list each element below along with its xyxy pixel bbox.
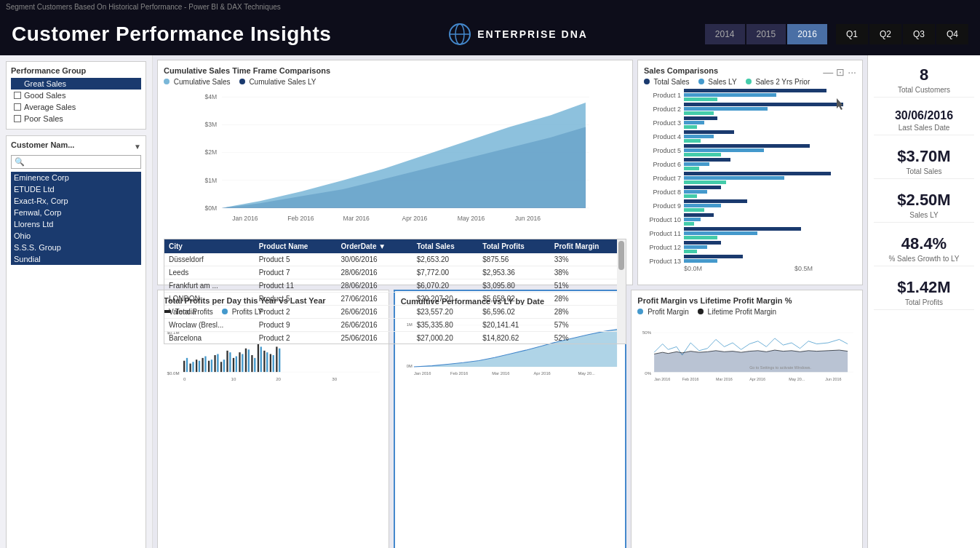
- table-cell: 28/06/2016: [337, 266, 413, 279]
- svg-rect-24: [186, 358, 188, 372]
- bar-sales-prior: [684, 125, 697, 129]
- bar-group: [684, 172, 856, 184]
- cumulative-chart-box: Cumulative Sales Time Frame Comparisons …: [157, 60, 633, 285]
- product-bar-row: Product 12: [644, 241, 856, 253]
- kpi-total-customers: 8 Total Customers: [874, 63, 974, 98]
- filter-good-sales[interactable]: Good Sales: [11, 90, 141, 101]
- svg-text:Apr 2016: Apr 2016: [533, 371, 550, 376]
- checkbox-great-sales: [14, 80, 21, 87]
- table-cell: $7,772.00: [413, 266, 479, 279]
- customer-ohio[interactable]: Ohio: [11, 230, 141, 242]
- filter-label-poor-sales: Poor Sales: [24, 114, 63, 123]
- table-cell: 25/06/2016: [337, 332, 413, 345]
- legend-dot-prior: [746, 79, 752, 84]
- svg-text:Feb 2016: Feb 2016: [287, 215, 314, 222]
- legend-profit-margin: Profit Margin: [637, 308, 688, 316]
- svg-text:0M: 0M: [406, 364, 412, 368]
- panel-menu-icon[interactable]: ···: [848, 66, 856, 78]
- table-row: BarcelonaProduct 225/06/2016$27,000.20$1…: [164, 332, 626, 345]
- bar-sales-ly: [684, 148, 764, 152]
- table-cell: $20,207.20: [413, 293, 479, 306]
- legend-dot-sales-ly: [698, 79, 704, 84]
- legend-dot-total: [644, 79, 650, 84]
- quarter-btn-q2[interactable]: Q2: [869, 24, 901, 44]
- table-cell: Product 11: [255, 279, 337, 293]
- table-cell: Product 5: [255, 253, 337, 266]
- page-title: Customer Performance Insights: [12, 23, 331, 46]
- svg-rect-50: [266, 352, 268, 372]
- bar-sales-prior: [684, 208, 704, 212]
- svg-rect-34: [217, 354, 218, 372]
- svg-text:Jan 2016: Jan 2016: [232, 215, 258, 222]
- legend-sales-prior: Sales 2 Yrs Prior: [746, 78, 810, 86]
- customer-etude[interactable]: ETUDE Ltd: [11, 183, 141, 195]
- product-bar-label: Product 3: [644, 119, 684, 127]
- customer-search-input[interactable]: [27, 158, 138, 166]
- svg-rect-27: [196, 360, 197, 372]
- table-cell: 28%: [550, 306, 626, 319]
- customer-sundial[interactable]: Sundial: [11, 253, 141, 265]
- bar-sales-prior: [684, 180, 726, 184]
- svg-rect-42: [242, 354, 243, 372]
- bar-sales-prior: [684, 153, 721, 156]
- panel-minimize-icon[interactable]: —: [823, 66, 833, 78]
- bar-sales-prior: [684, 167, 699, 170]
- performance-group-title: Performance Group: [11, 66, 141, 75]
- legend-dot-ly: [239, 79, 245, 84]
- tab-title: Segment Customers Based On Historical Pe…: [6, 3, 281, 11]
- product-bar-label: Product 11: [644, 230, 684, 237]
- customer-sss-group[interactable]: S.S.S. Group: [11, 242, 141, 253]
- left-panel: Performance Group Great Sales Good Sales…: [0, 55, 153, 548]
- chevron-down-icon[interactable]: ▼: [134, 143, 141, 151]
- bar-sales-ly: [684, 121, 704, 124]
- svg-rect-47: [258, 344, 259, 373]
- kpi-total-profits-label: Total Profits: [874, 298, 974, 306]
- quarter-btn-q1[interactable]: Q1: [836, 24, 868, 44]
- filter-poor-sales[interactable]: Poor Sales: [11, 113, 141, 124]
- bar-sales-ly: [684, 259, 717, 263]
- quarter-btn-q4[interactable]: Q4: [936, 24, 968, 44]
- quarter-btn-q3[interactable]: Q3: [903, 24, 935, 44]
- filter-great-sales[interactable]: Great Sales: [11, 78, 141, 90]
- bar-sales-ly: [684, 245, 707, 249]
- svg-text:May 20...: May 20...: [789, 377, 805, 381]
- svg-rect-48: [260, 346, 262, 372]
- panel-expand-icon[interactable]: ⊡: [836, 66, 845, 78]
- product-bar-row: Product 8: [644, 186, 856, 198]
- customer-fenwal[interactable]: Fenwal, Corp: [11, 207, 141, 218]
- product-bar-label: Product 9: [644, 202, 684, 210]
- svg-text:20: 20: [276, 376, 281, 381]
- svg-rect-36: [223, 360, 225, 372]
- product-bar-row: Product 2: [644, 103, 856, 115]
- legend-cumulative-ly: Cumulative Sales LY: [239, 78, 316, 86]
- year-btn-2016[interactable]: 2016: [787, 24, 827, 44]
- filter-label-great-sales: Great Sales: [24, 79, 66, 88]
- bar-total-sales: [684, 130, 734, 134]
- svg-text:$4M: $4M: [205, 93, 218, 100]
- table-scrollbar[interactable]: [617, 239, 626, 344]
- customer-exactrx[interactable]: Exact-Rx, Corp: [11, 195, 141, 207]
- filter-average-sales[interactable]: Average Sales: [11, 101, 141, 113]
- svg-text:Jan 2016: Jan 2016: [654, 377, 670, 381]
- year-btn-2015[interactable]: 2015: [746, 24, 786, 44]
- filter-label-good-sales: Good Sales: [24, 91, 65, 100]
- customer-search-box[interactable]: 🔍: [11, 155, 141, 169]
- svg-rect-31: [208, 361, 210, 372]
- year-btn-2014[interactable]: 2014: [705, 24, 745, 44]
- bar-sales-prior: [684, 194, 697, 198]
- bar-group: [684, 255, 856, 263]
- kpi-total-sales-label: Total Sales: [874, 167, 974, 175]
- svg-rect-33: [214, 355, 215, 372]
- legend-pm-dot: [637, 309, 643, 314]
- svg-rect-32: [211, 360, 212, 372]
- bar-chart-area: Product 1Product 2Product 3Product 4Prod…: [644, 89, 856, 263]
- table-cell: Product 5: [255, 293, 337, 306]
- svg-text:50%: 50%: [642, 330, 652, 335]
- customer-eminence[interactable]: Eminence Corp: [11, 172, 141, 183]
- scrollbar-thumb[interactable]: [618, 241, 624, 270]
- svg-rect-26: [192, 362, 194, 372]
- bar-total-sales: [684, 144, 810, 148]
- product-bar-label: Product 7: [644, 175, 684, 182]
- customer-llorens[interactable]: Llorens Ltd: [11, 218, 141, 230]
- product-bar-label: Product 13: [644, 258, 684, 264]
